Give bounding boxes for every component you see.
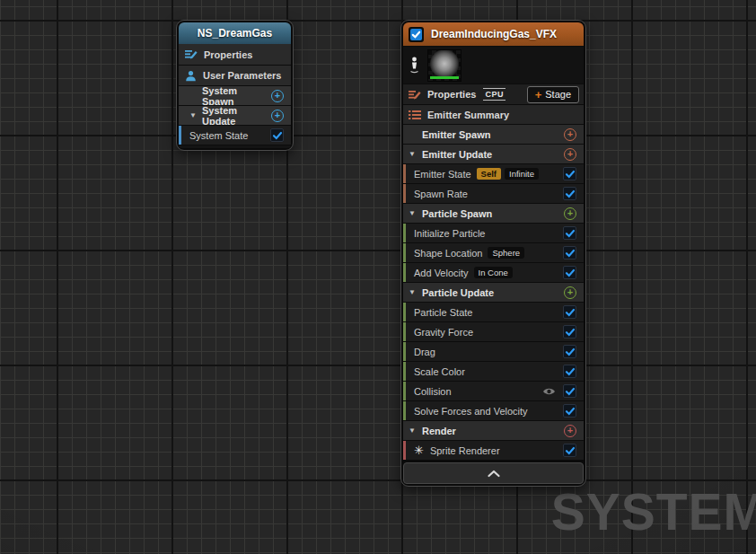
group-label: Particle Update — [422, 287, 494, 298]
group-row-emitter-update[interactable]: ▼ Emitter Update + — [403, 144, 584, 163]
add-module-button[interactable]: + — [564, 207, 576, 220]
check-icon — [565, 228, 576, 239]
collapse-arrow-icon[interactable]: ▼ — [403, 150, 421, 158]
module-row-sprite-renderer[interactable]: ✳ Sprite Renderer — [403, 440, 584, 460]
check-icon — [565, 248, 576, 259]
system-spawn-group-row[interactable]: System Spawn + — [179, 85, 291, 105]
module-label: Sprite Renderer — [430, 445, 500, 456]
module-row-solve-forces-and-velocity[interactable]: Solve Forces and Velocity — [403, 400, 584, 420]
graph-watermark: SYSTEM — [551, 482, 756, 541]
module-row-add-velocity[interactable]: Add Velocity In Cone — [403, 262, 584, 282]
module-enabled-checkbox[interactable] — [563, 325, 576, 339]
module-enabled-checkbox[interactable] — [270, 128, 284, 142]
system-properties-row[interactable]: Properties — [179, 44, 291, 65]
module-row-drag[interactable]: Drag — [403, 341, 584, 361]
check-icon — [411, 30, 421, 40]
emitter-enabled-checkbox[interactable] — [409, 27, 424, 42]
edit-properties-icon — [185, 48, 198, 60]
plus-icon: + — [567, 208, 573, 218]
module-label: Shape Location — [414, 248, 482, 259]
add-renderer-button[interactable]: + — [564, 425, 576, 437]
module-enabled-checkbox[interactable] — [563, 226, 576, 240]
infinite-badge: Infinite — [505, 168, 539, 180]
module-row-initialize-particle[interactable]: Initialize Particle — [403, 223, 584, 242]
check-icon — [565, 268, 576, 278]
edit-properties-icon — [409, 89, 421, 101]
velocity-mode-badge: In Cone — [474, 267, 513, 278]
module-label: Spawn Rate — [414, 189, 468, 199]
module-enabled-checkbox[interactable] — [563, 266, 576, 279]
group-row-particle-spawn[interactable]: ▼ Particle Spawn + — [403, 203, 584, 223]
module-label: Emitter State — [414, 169, 471, 180]
system-update-label: System Update — [202, 105, 271, 127]
group-row-render[interactable]: ▼ Render + — [403, 420, 584, 440]
module-enabled-checkbox[interactable] — [563, 345, 576, 358]
module-label: Drag — [414, 347, 435, 357]
plus-icon: + — [567, 287, 573, 297]
group-row-particle-update[interactable]: ▼ Particle Update + — [403, 282, 584, 302]
collapse-node-button[interactable] — [403, 462, 584, 484]
emitter-node-header[interactable]: DreamInducingGas_VFX — [403, 22, 584, 46]
module-enabled-checkbox[interactable] — [563, 444, 576, 457]
add-module-button[interactable]: + — [564, 286, 576, 299]
module-enabled-checkbox[interactable] — [563, 404, 576, 418]
actor-icon — [409, 57, 420, 75]
check-icon — [565, 386, 576, 397]
check-icon — [565, 189, 576, 199]
emitter-node[interactable]: DreamInducingGas_VFX Properties CPU + St… — [400, 20, 586, 487]
group-label: Render — [422, 426, 456, 436]
module-row-scale-color[interactable]: Scale Color — [403, 361, 584, 381]
emitter-properties-label: Properties — [427, 89, 476, 100]
collapse-arrow-icon[interactable]: ▼ — [403, 288, 421, 296]
emitter-thumbnail-strip — [403, 46, 584, 84]
sim-target-badge: CPU — [483, 88, 505, 101]
emitter-preview-thumbnail[interactable] — [427, 49, 462, 82]
module-row-spawn-rate[interactable]: Spawn Rate — [403, 183, 584, 203]
collapse-arrow-icon[interactable]: ▼ — [403, 209, 421, 217]
emitter-properties-row[interactable]: Properties CPU + Stage — [403, 84, 584, 104]
group-row-emitter-spawn[interactable]: Emitter Spawn + — [403, 124, 584, 144]
system-state-module-row[interactable]: System State — [179, 125, 291, 145]
module-enabled-checkbox[interactable] — [563, 365, 576, 378]
user-parameters-row[interactable]: User Parameters — [179, 65, 291, 85]
user-parameters-label: User Parameters — [203, 70, 281, 81]
module-enabled-checkbox[interactable] — [563, 305, 576, 319]
module-row-emitter-state[interactable]: Emitter State Self Infinite — [403, 163, 584, 183]
add-module-button[interactable]: + — [564, 148, 576, 161]
thumbnail-active-bar — [430, 76, 459, 79]
module-row-particle-state[interactable]: Particle State — [403, 302, 584, 321]
module-row-gravity-force[interactable]: Gravity Force — [403, 321, 584, 341]
add-module-button[interactable]: + — [271, 110, 284, 122]
system-spawn-label: System Spawn — [202, 85, 271, 107]
stage-button-label: Stage — [545, 89, 571, 100]
collapse-arrow-icon[interactable]: ▼ — [403, 426, 421, 435]
module-label: Collision — [414, 386, 452, 397]
module-enabled-checkbox[interactable] — [563, 384, 576, 398]
system-node-header[interactable]: NS_DreamGas — [179, 22, 291, 44]
emitter-node-title: DreamInducingGas_VFX — [431, 28, 557, 40]
system-node-title: NS_DreamGas — [198, 27, 272, 40]
add-module-button[interactable]: + — [564, 128, 576, 141]
system-state-label: System State — [189, 130, 248, 141]
plus-icon: + — [567, 129, 573, 139]
system-update-group-row[interactable]: ▼ System Update + — [179, 105, 291, 125]
module-row-shape-location[interactable]: Shape Location Sphere — [403, 242, 584, 262]
module-enabled-checkbox[interactable] — [563, 246, 576, 259]
module-label: Solve Forces and Velocity — [414, 406, 528, 417]
module-label: Add Velocity — [414, 268, 469, 278]
emitter-summary-row[interactable]: Emitter Summary — [403, 104, 584, 124]
plus-icon: + — [275, 110, 280, 120]
module-label: Initialize Particle — [414, 228, 485, 239]
summary-list-icon — [409, 110, 421, 120]
check-icon — [565, 347, 576, 357]
collapse-arrow-icon[interactable]: ▼ — [184, 111, 202, 119]
module-enabled-checkbox[interactable] — [563, 167, 576, 180]
check-icon — [565, 445, 576, 456]
visibility-eye-icon[interactable] — [542, 387, 556, 396]
module-row-collision[interactable]: Collision — [403, 381, 584, 400]
module-enabled-checkbox[interactable] — [563, 187, 576, 200]
add-module-button[interactable]: + — [271, 90, 284, 102]
system-node[interactable]: NS_DreamGas Properties User Parameters S… — [176, 20, 294, 151]
add-stage-button[interactable]: + Stage — [527, 86, 579, 103]
user-icon — [185, 70, 197, 82]
